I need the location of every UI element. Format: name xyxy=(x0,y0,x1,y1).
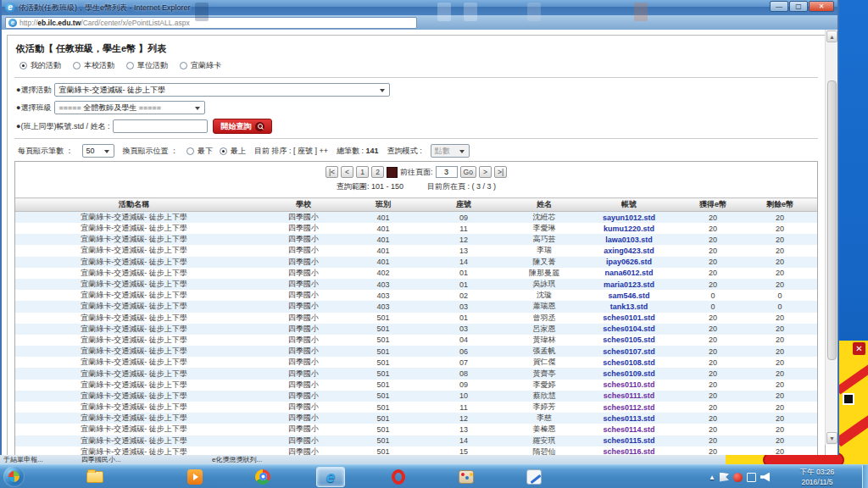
minimize-button[interactable]: — xyxy=(770,1,788,12)
taskbar-chrome[interactable] xyxy=(248,467,277,487)
account-link[interactable]: ipay0626.std xyxy=(606,258,652,266)
cell-school: 四季國小 xyxy=(253,435,354,446)
pager-button-|<[interactable]: |< xyxy=(326,166,338,178)
cell-earned: 20 xyxy=(685,346,741,357)
taskbar-opera[interactable] xyxy=(384,467,413,487)
position-radio-1[interactable]: 最上 xyxy=(220,146,246,157)
account-link[interactable]: sches0113.std xyxy=(603,414,654,423)
cell-class: 403 xyxy=(354,279,412,290)
ad-close-icon[interactable]: ✕ xyxy=(853,342,865,355)
scope-radio-0[interactable]: 我的活動 xyxy=(19,60,61,71)
account-link[interactable]: sches0108.std xyxy=(603,358,655,367)
account-link[interactable]: sches0112.std xyxy=(603,403,654,412)
taskbar-explorer[interactable] xyxy=(81,467,109,487)
account-link[interactable]: sches0114.std xyxy=(603,425,654,434)
account-link[interactable]: maria0123.std xyxy=(604,280,654,289)
class-select[interactable]: ===== 全體教師及學生 ===== xyxy=(54,101,205,114)
account-link[interactable]: axing0423.std xyxy=(604,247,654,255)
action-center-flag-icon[interactable] xyxy=(720,473,729,482)
browser-window: e 依活動(任教班級)，學生e幣列表 - Internet Explorer —… xyxy=(0,0,839,455)
maximize-button[interactable]: ▢ xyxy=(789,1,808,12)
search-input[interactable] xyxy=(113,119,208,133)
query-range-text: 查詢範圍: 101 - 150 xyxy=(337,181,403,192)
paint-icon xyxy=(459,470,474,484)
account-link[interactable]: tank13.std xyxy=(610,302,648,311)
cell-activity: 宜蘭綠卡-交通減碳- 徒步上下學 xyxy=(15,268,253,279)
account-link[interactable]: nana6012.std xyxy=(604,269,653,277)
account-link[interactable]: sches0116.std xyxy=(603,447,654,455)
pager-button-<[interactable]: < xyxy=(341,166,353,178)
title-bar[interactable]: e 依活動(任教班級)，學生e幣列表 - Internet Explorer —… xyxy=(2,0,837,15)
pager-button-1[interactable]: 1 xyxy=(356,166,369,178)
cell-name: 沈璇 xyxy=(515,290,573,301)
activity-select-label: ●選擇活動 xyxy=(16,85,51,96)
cell-remaining: 0 xyxy=(741,301,818,312)
position-radio-0[interactable]: 最下 xyxy=(186,146,213,157)
hidden-icons-chevron[interactable]: ▲ xyxy=(709,474,715,481)
start-button[interactable] xyxy=(3,466,25,487)
column-header: 班別 xyxy=(354,198,412,212)
show-desktop-button[interactable] xyxy=(862,465,868,488)
cell-class: 501 xyxy=(354,402,412,413)
account-link[interactable]: sches0105.std xyxy=(603,336,655,344)
cell-class: 501 xyxy=(354,368,412,379)
taskbar-media-player[interactable] xyxy=(181,467,209,487)
cell-account: maria0123.std xyxy=(573,279,685,290)
taskbar-paint[interactable] xyxy=(452,467,481,487)
clock-time: 下午 03:26 xyxy=(775,467,860,477)
account-link[interactable]: sches0109.std xyxy=(603,369,655,378)
scrollbar-thumb[interactable] xyxy=(827,80,837,360)
volume-icon[interactable] xyxy=(760,473,770,482)
network-icon[interactable] xyxy=(747,473,756,482)
cell-class: 401 xyxy=(354,223,412,234)
account-link[interactable]: kumu1220.std xyxy=(604,225,654,233)
clock-date: 2016/11/5 xyxy=(775,477,860,487)
folder-icon xyxy=(86,471,103,483)
account-link[interactable]: lawa0103.std xyxy=(605,236,653,244)
pager-button->|[interactable]: >| xyxy=(494,166,507,178)
account-link[interactable]: sches0111.std xyxy=(604,391,655,400)
cell-seat: 09 xyxy=(412,380,515,391)
cell-remaining: 20 xyxy=(741,402,818,413)
account-link[interactable]: sches0101.std xyxy=(603,313,655,322)
scope-radio-2[interactable]: 單位活動 xyxy=(126,60,168,71)
pager-button->[interactable]: > xyxy=(479,166,492,178)
account-link[interactable]: sches0104.std xyxy=(603,324,655,333)
taskbar-clock[interactable]: 下午 03:26 2016/11/5 xyxy=(775,467,860,487)
cell-class: 501 xyxy=(354,313,412,324)
per-page-select[interactable]: 50 xyxy=(82,144,114,158)
column-header: 活動名稱 xyxy=(15,198,253,212)
taskbar-internet-explorer[interactable]: e xyxy=(316,467,345,487)
cell-class: 501 xyxy=(354,380,412,391)
pager-button-Go[interactable]: Go xyxy=(460,166,476,178)
cell-school: 四季國小 xyxy=(253,402,354,413)
cell-activity: 宜蘭綠卡-交通減碳- 徒步上下學 xyxy=(15,413,253,424)
cell-earned: 20 xyxy=(685,234,741,245)
scope-radio-3[interactable]: 宜蘭綠卡 xyxy=(180,60,221,71)
scope-radio-1[interactable]: 本校活動 xyxy=(73,60,114,71)
taskbar-pen-tool[interactable] xyxy=(520,467,548,487)
scroll-up-icon[interactable]: ▲ xyxy=(826,30,837,42)
url-input[interactable]: e http://eb.ilc.edu.tw/Card/center/x/ePo… xyxy=(5,17,417,29)
cell-seat: 01 xyxy=(412,313,515,324)
account-link[interactable]: sches0110.std xyxy=(603,380,654,389)
activity-select[interactable]: 宜蘭綠卡-交通減碳- 徒步上下學 xyxy=(54,83,390,97)
account-link[interactable]: sayun1012.std xyxy=(603,214,655,222)
account-link[interactable]: sches0107.std xyxy=(603,347,655,356)
cell-account: sches0115.std xyxy=(573,435,685,446)
pager-button-2[interactable]: 2 xyxy=(371,166,384,178)
tray-app-icon[interactable] xyxy=(733,473,743,482)
scroll-down-icon[interactable]: ▼ xyxy=(826,432,837,444)
class-select-label: ●選擇班級 xyxy=(16,103,51,114)
account-link[interactable]: sam546.std xyxy=(608,291,649,300)
account-link[interactable]: sches0115.std xyxy=(603,436,654,445)
cell-name: 蕭瑞恩 xyxy=(515,301,573,312)
cell-seat: 06 xyxy=(412,346,515,357)
vertical-scrollbar[interactable]: ▲ ▼ xyxy=(825,30,837,445)
goto-page-input[interactable] xyxy=(436,166,458,178)
column-header: 獲得e幣 xyxy=(685,198,741,212)
close-button[interactable]: ✕ xyxy=(809,1,834,12)
cell-seat: 01 xyxy=(412,279,515,290)
radio-label: 最上 xyxy=(231,146,246,157)
query-button[interactable]: 開始查詢 xyxy=(213,119,272,134)
